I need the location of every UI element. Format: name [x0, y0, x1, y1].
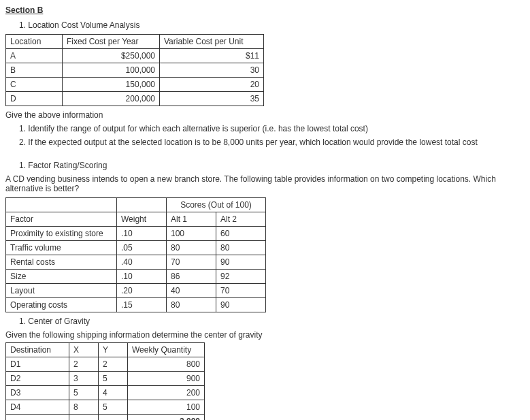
cell: D1	[6, 357, 69, 372]
cell	[6, 415, 69, 421]
cost-volume-table: Location Fixed Cost per Year Variable Co…	[5, 34, 264, 106]
col-alt2: Alt 2	[216, 212, 266, 227]
cell: 80	[216, 241, 266, 255]
table-row: B100,00030	[6, 63, 264, 78]
header-location: Location	[6, 35, 63, 49]
table-row: Location Fixed Cost per Year Variable Co…	[6, 35, 264, 49]
cell: 150,000	[63, 78, 160, 92]
table-row: D354200	[6, 386, 205, 400]
cell: B	[6, 63, 63, 78]
header-fixed: Fixed Cost per Year	[63, 35, 160, 49]
cell: D	[6, 92, 63, 106]
cell: .10	[117, 227, 167, 241]
cell: 5	[99, 372, 128, 386]
table-row: D485100	[6, 400, 205, 415]
cell: D4	[6, 400, 69, 415]
q2-intro: A CD vending business intends to open a …	[5, 174, 525, 193]
cell: 900	[128, 372, 205, 386]
cell: 100	[128, 400, 205, 415]
cell: 30	[160, 63, 264, 78]
table-row: C150,00020	[6, 78, 264, 92]
q2-heading: 1. Factor Rating/Scoring	[19, 161, 525, 170]
factor-rating-table: Scores (Out of 100) Factor Weight Alt 1 …	[5, 197, 266, 312]
q1-sub2: 2. If the expected output at the selecte…	[19, 138, 525, 147]
cell: 90	[216, 255, 266, 270]
cell: 100	[167, 227, 216, 241]
cell: 5	[69, 386, 99, 400]
table-row: Factor Weight Alt 1 Alt 2	[6, 212, 266, 227]
table-row: D122800	[6, 357, 205, 372]
header-y: Y	[99, 343, 128, 357]
header-qty: Weekly Quantity	[128, 343, 205, 357]
cell: 86	[167, 270, 216, 284]
cell: 60	[216, 227, 266, 241]
cell	[69, 415, 99, 421]
cell: D2	[6, 372, 69, 386]
cell: 70	[216, 284, 266, 298]
table-row: A$250,000$11	[6, 49, 264, 63]
cell: 90	[216, 298, 266, 312]
cell: $11	[160, 49, 264, 63]
table-row: Destination X Y Weekly Quantity	[6, 343, 205, 357]
table-row: Size.108692	[6, 270, 266, 284]
q3-intro: Given the following shipping information…	[5, 330, 525, 340]
cell: Rental costs	[6, 255, 117, 270]
cell: 80	[167, 298, 216, 312]
total-cell: 2,000	[128, 415, 205, 421]
cell: .40	[117, 255, 167, 270]
cell: 35	[160, 92, 264, 106]
cell: 200	[128, 386, 205, 400]
section-title: Section B	[5, 5, 525, 15]
cell: .10	[117, 270, 167, 284]
cell: .20	[117, 284, 167, 298]
q1-note: Give the above information	[5, 110, 525, 120]
table-row: D200,00035	[6, 92, 264, 106]
center-gravity-table: Destination X Y Weekly Quantity D122800 …	[5, 342, 205, 420]
cell: 3	[69, 372, 99, 386]
header-x: X	[69, 343, 99, 357]
cell: 4	[99, 386, 128, 400]
cell: 5	[99, 400, 128, 415]
table-row: 2,000	[6, 415, 205, 421]
cell	[99, 415, 128, 421]
cell: Proximity to existing store	[6, 227, 117, 241]
col-weight: Weight	[117, 212, 167, 227]
cell: A	[6, 49, 63, 63]
cell: 8	[69, 400, 99, 415]
cell: .15	[117, 298, 167, 312]
col-factor: Factor	[6, 212, 117, 227]
q3-heading: 1. Center of Gravity	[19, 317, 525, 326]
scores-header: Scores (Out of 100)	[167, 198, 266, 212]
cell: 20	[160, 78, 264, 92]
header-dest: Destination	[6, 343, 69, 357]
cell: Size	[6, 270, 117, 284]
q1-sub1: 1. Identify the range of output for whic…	[19, 124, 525, 133]
table-row: Rental costs.407090	[6, 255, 266, 270]
q1-heading: 1. Location Cost Volume Analysis	[19, 20, 525, 30]
cell: 800	[128, 357, 205, 372]
cell: $250,000	[63, 49, 160, 63]
table-row: D235900	[6, 372, 205, 386]
cell	[6, 198, 117, 212]
table-row: Layout.204070	[6, 284, 266, 298]
cell: 40	[167, 284, 216, 298]
cell: 70	[167, 255, 216, 270]
cell: Layout	[6, 284, 117, 298]
table-row: Traffic volume.058080	[6, 241, 266, 255]
cell: 200,000	[63, 92, 160, 106]
table-row: Operating costs.158090	[6, 298, 266, 312]
cell: D3	[6, 386, 69, 400]
header-var: Variable Cost per Unit	[160, 35, 264, 49]
table-row: Proximity to existing store.1010060	[6, 227, 266, 241]
cell: .05	[117, 241, 167, 255]
table-row: Scores (Out of 100)	[6, 198, 266, 212]
cell: C	[6, 78, 63, 92]
cell: 92	[216, 270, 266, 284]
cell: 2	[99, 357, 128, 372]
cell: Traffic volume	[6, 241, 117, 255]
cell	[117, 198, 167, 212]
cell: 100,000	[63, 63, 160, 78]
col-alt1: Alt 1	[167, 212, 216, 227]
cell: Operating costs	[6, 298, 117, 312]
cell: 2	[69, 357, 99, 372]
